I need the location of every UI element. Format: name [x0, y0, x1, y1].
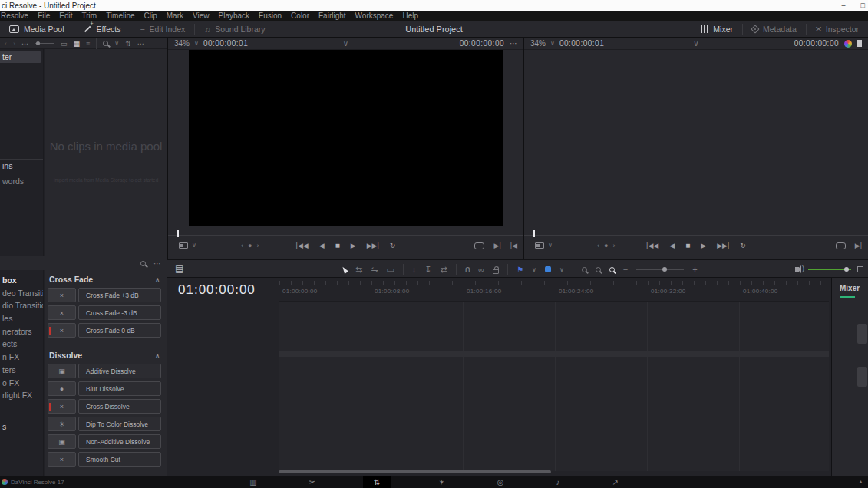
track-divider[interactable]: [279, 351, 829, 357]
inspector-button[interactable]: × Inspector: [807, 21, 868, 37]
collapse-caret-icon[interactable]: ∧: [155, 352, 160, 359]
next-edit-icon[interactable]: ▶|: [493, 242, 500, 249]
play-reverse-button[interactable]: ◀: [669, 242, 675, 249]
menu-item[interactable]: Edit: [59, 12, 72, 20]
smart-bins-label[interactable]: ins: [2, 161, 12, 170]
effects-button[interactable]: Effects: [74, 21, 130, 37]
more-options-icon[interactable]: ⋯: [153, 259, 161, 268]
menu-item[interactable]: Playback: [219, 12, 250, 20]
trim-edit-mode-icon[interactable]: ⇆: [355, 265, 362, 275]
effects-sidebar-item[interactable]: les: [0, 312, 43, 325]
chevron-down-icon[interactable]: ∨: [532, 266, 536, 273]
list-view-icon[interactable]: ≡: [86, 40, 90, 48]
effects-sidebar-item[interactable]: box: [0, 274, 43, 287]
transition-item[interactable]: ☀ Dip To Color Dissolve: [48, 417, 161, 432]
sort-icon[interactable]: ⇅: [125, 40, 131, 48]
metadata-button[interactable]: Metadata: [743, 21, 806, 37]
linked-selection-icon[interactable]: ∞: [478, 265, 484, 274]
menu-item[interactable]: Resolve: [1, 12, 28, 20]
selection-mode-icon[interactable]: [341, 265, 348, 274]
loop-button[interactable]: ↻: [390, 242, 396, 249]
next-edit-icon[interactable]: ▶|: [855, 242, 862, 249]
menu-item[interactable]: View: [193, 12, 210, 20]
transition-item[interactable]: × Smooth Cut: [48, 452, 161, 467]
mixer-control[interactable]: [857, 324, 867, 344]
stop-button[interactable]: ■: [685, 241, 690, 249]
audio-settings-icon[interactable]: [857, 266, 863, 272]
dynamic-trim-mode-icon[interactable]: ⇋: [371, 265, 378, 275]
transition-item[interactable]: × Cross Dissolve: [48, 399, 161, 414]
viewer-zoom-level[interactable]: 34%: [174, 39, 190, 48]
effects-sidebar-item[interactable]: rlight FX: [0, 389, 43, 402]
mixer-button[interactable]: Mixer: [691, 21, 742, 37]
section-header-cross-fade[interactable]: Cross Fade ∧: [48, 273, 161, 288]
effects-sidebar-item[interactable]: o FX: [0, 377, 43, 390]
previous-edit-icon[interactable]: |◀: [510, 242, 517, 249]
chevron-down-icon[interactable]: ∨: [550, 40, 555, 47]
first-frame-button[interactable]: |◀◀: [296, 242, 309, 249]
page-cut-button[interactable]: ✂: [305, 476, 320, 488]
menu-item[interactable]: Timeline: [106, 12, 134, 20]
zoom-slider[interactable]: [636, 269, 684, 270]
effects-sidebar-item[interactable]: ters: [0, 364, 43, 377]
menu-item[interactable]: Workspace: [355, 12, 394, 20]
first-frame-button[interactable]: |◀◀: [646, 242, 658, 249]
transition-item[interactable]: ● Blur Dissolve: [48, 381, 161, 397]
menu-item[interactable]: Help: [402, 12, 418, 20]
zoom-detail-icon[interactable]: [596, 267, 601, 272]
search-icon[interactable]: [103, 41, 108, 46]
more-options-icon[interactable]: ⋯: [137, 40, 144, 48]
effects-sidebar-item[interactable]: n FX: [0, 351, 43, 364]
transition-item[interactable]: × Cross Fade +3 dB: [48, 288, 161, 303]
restore-button[interactable]: □: [861, 2, 865, 9]
effects-sidebar-item[interactable]: ects: [0, 338, 43, 351]
page-edit-button[interactable]: ⇅: [363, 476, 391, 488]
edit-index-button[interactable]: ≡ Edit Index: [130, 21, 194, 37]
page-color-button[interactable]: ◎: [493, 476, 509, 488]
insert-clip-icon[interactable]: ↓: [412, 265, 417, 274]
effects-sidebar-item[interactable]: nerators: [0, 325, 43, 338]
chevron-down-icon[interactable]: ∨: [559, 266, 564, 273]
flag-icon[interactable]: ⚑: [517, 265, 523, 274]
menu-item[interactable]: Color: [291, 12, 309, 20]
filmstrip-view-icon[interactable]: ▭: [61, 40, 68, 48]
timeline-view-options-icon[interactable]: ▤: [175, 263, 183, 274]
thumbnail-size-slider[interactable]: [35, 43, 54, 44]
minimize-button[interactable]: –: [842, 2, 846, 9]
bin-item-master[interactable]: ter: [0, 51, 41, 63]
source-scrubber[interactable]: [168, 228, 523, 236]
last-frame-button[interactable]: ▶▶|: [717, 242, 729, 249]
transition-item[interactable]: ▣ Additive Dissolve: [48, 364, 161, 379]
more-options-icon[interactable]: ⋯: [510, 39, 517, 48]
more-options-icon[interactable]: ⋯: [21, 40, 28, 48]
viewer-zoom-level[interactable]: 34%: [530, 39, 546, 48]
transition-item[interactable]: × Cross Fade 0 dB: [48, 323, 161, 338]
effects-sidebar-item[interactable]: deo Transitions: [0, 287, 43, 300]
grid-view-icon[interactable]: ▦: [74, 40, 81, 48]
page-fusion-button[interactable]: ✶: [434, 476, 449, 488]
zoom-in-icon[interactable]: +: [692, 265, 697, 274]
page-deliver-button[interactable]: ↗: [607, 476, 622, 488]
page-fairlight-button[interactable]: ♪: [551, 476, 564, 488]
snapping-icon[interactable]: U: [465, 265, 470, 273]
timeline-tracks[interactable]: [279, 301, 829, 471]
menu-item[interactable]: Clip: [144, 12, 157, 20]
transition-item[interactable]: × Cross Fade -3 dB: [48, 305, 161, 321]
timeline-scrubber[interactable]: [524, 228, 868, 236]
collapse-caret-icon[interactable]: ∧: [155, 276, 160, 283]
match-frame-icon[interactable]: [836, 242, 846, 249]
sound-library-button[interactable]: ♫ Sound Library: [195, 21, 274, 37]
zoom-out-icon[interactable]: −: [623, 265, 628, 274]
forward-button[interactable]: ›: [13, 40, 15, 48]
media-pool-button[interactable]: Media Pool: [0, 21, 74, 37]
replace-clip-icon[interactable]: ⇄: [441, 265, 447, 275]
color-management-icon[interactable]: [844, 40, 852, 48]
back-button[interactable]: ‹: [5, 40, 7, 48]
zoom-custom-icon[interactable]: [609, 267, 615, 272]
speaker-icon[interactable]: [795, 267, 799, 272]
match-frame-icon[interactable]: [474, 242, 484, 249]
zoom-full-extent-icon[interactable]: [582, 267, 587, 272]
section-header-dissolve[interactable]: Dissolve ∧: [48, 349, 161, 364]
effects-sidebar-item[interactable]: dio Transitions: [0, 299, 43, 312]
chevron-down-icon[interactable]: ∨: [194, 40, 199, 47]
